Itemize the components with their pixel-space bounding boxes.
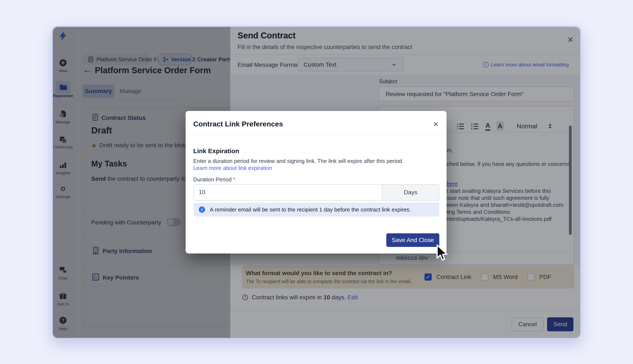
duration-unit-select[interactable]: Days <box>382 184 439 201</box>
modal-title: Contract Link Preferences <box>193 120 283 128</box>
learn-link-expiration-link[interactable]: Learn more about link expiration <box>193 165 272 172</box>
info-icon: i <box>199 206 205 213</box>
duration-input[interactable]: 10 <box>194 184 382 201</box>
modal-close-icon[interactable]: ✕ <box>433 120 439 128</box>
contract-link-preferences-modal: Contract Link Preferences ✕ Link Expirat… <box>186 111 446 254</box>
link-expiration-header: Link Expiration <box>193 148 239 155</box>
app-window: New Repository Manage Clickthrough Insig… <box>52 26 581 339</box>
reminder-text: A reminder email will be sent to the rec… <box>210 206 411 213</box>
duration-period-text: Duration Period <box>193 176 232 183</box>
required-asterisk: * <box>233 176 235 183</box>
mouse-cursor <box>432 244 450 263</box>
duration-value: 10 <box>199 189 382 196</box>
modal-divider <box>186 134 446 135</box>
reminder-banner: i A reminder email will be sent to the r… <box>194 202 439 216</box>
duration-period-label: Duration Period * <box>193 176 235 183</box>
duration-input-group: 10 Days <box>194 184 439 201</box>
link-expiration-description: Enter a duration period for review and s… <box>193 158 404 164</box>
save-and-close-button[interactable]: Save And Close <box>386 233 439 247</box>
